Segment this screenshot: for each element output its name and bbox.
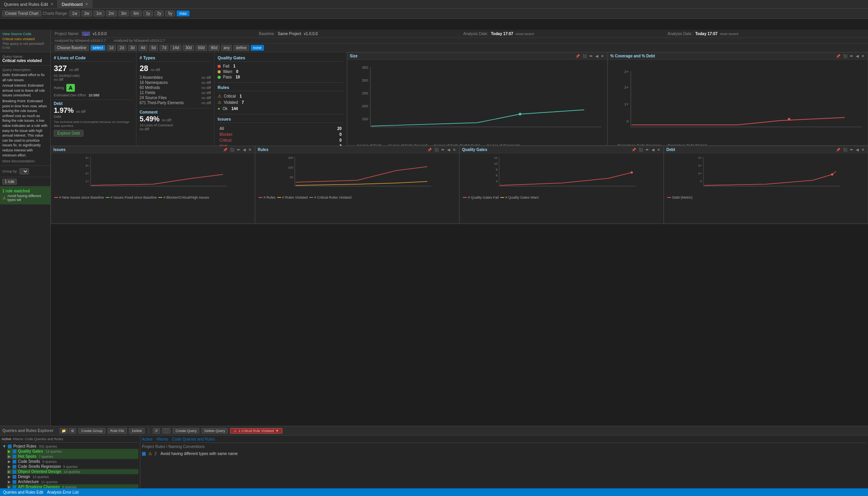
issues-edit-icon[interactable]: ✏ (236, 148, 241, 152)
rules-settings-icon[interactable]: ◀ (446, 148, 451, 152)
size-settings-icon[interactable]: ◀ (595, 54, 599, 58)
tl-4d[interactable]: 4d (138, 45, 147, 51)
cd-export-icon[interactable]: ⬛ (842, 54, 848, 58)
rule-item[interactable]: ⚠ 2 Avoid having different types with sa… (142, 450, 866, 457)
code-smells-checkbox[interactable] (12, 460, 16, 464)
tl-none[interactable]: none (251, 45, 264, 51)
select-btn[interactable]: select (90, 45, 105, 51)
active-tab[interactable]: Active (142, 437, 152, 441)
tree-api-breaking[interactable]: ▶ API Breaking Changes 9 queries (7, 484, 138, 488)
tl-30d[interactable]: 30d (183, 45, 194, 51)
create-query-btn[interactable]: Create Query (173, 428, 199, 434)
qg-close-icon[interactable]: ✕ (656, 148, 661, 152)
issues-export-icon[interactable]: ⬛ (229, 148, 235, 152)
ood-checkbox[interactable] (12, 470, 16, 474)
range-2w[interactable]: 2w (81, 11, 92, 16)
status-tab2[interactable]: Analysis Error List (47, 490, 79, 494)
size-export-icon[interactable]: ⬛ (582, 54, 588, 58)
project-rules-root[interactable]: ▼ Project Rules 331 queries (2, 444, 138, 449)
explore-debt-btn[interactable]: Explore Debt (54, 130, 83, 137)
tl-90d[interactable]: 90d (209, 45, 220, 51)
tl-5d[interactable]: 5d (149, 45, 158, 51)
rules-edit-icon[interactable]: ✏ (441, 148, 445, 152)
issues-pin-icon[interactable]: 📌 (222, 148, 228, 152)
tab-dashboard[interactable]: Dashboard ✕ (58, 0, 92, 9)
tl-any[interactable]: any (221, 45, 232, 51)
cd-settings-icon[interactable]: ◀ (855, 54, 859, 58)
create-group-icon[interactable]: 📁 (60, 428, 68, 434)
settings-icon[interactable]: ⚙ (69, 428, 76, 434)
project-rules-checkbox[interactable] (8, 444, 12, 448)
range-2m[interactable]: 2m (106, 11, 117, 16)
tree-ood[interactable]: ▶ Object Oriented Design 14 queries (7, 469, 138, 474)
refresh-icon[interactable]: ↺ (153, 428, 160, 434)
tl-1d[interactable]: 1d (107, 45, 116, 51)
tl-define[interactable]: define (234, 45, 249, 51)
code-queries-tab[interactable]: Code Queries and Rules (172, 437, 215, 441)
cd-edit-icon[interactable]: ✏ (849, 54, 854, 58)
group-by-dropdown[interactable] (19, 168, 29, 174)
tree-quality-gates[interactable]: ▶ Quality Gates 14 queries (7, 449, 138, 454)
tree-code-smells[interactable]: ▶ Code Smells 9 queries (7, 459, 138, 464)
range-1w[interactable]: 1w (69, 11, 80, 16)
tree-hot-spots[interactable]: ▶ Hot Spots 7 queries (7, 454, 138, 459)
hotspots-checkbox[interactable] (12, 455, 16, 459)
qg-settings-icon[interactable]: ◀ (651, 148, 655, 152)
issues-close-icon[interactable]: ✕ (248, 148, 252, 152)
rules-close-icon[interactable]: ✕ (452, 148, 457, 152)
qg-checkbox[interactable] (12, 450, 16, 453)
tree-design[interactable]: ▶ Design 15 queries (7, 474, 138, 479)
rules-export-icon[interactable]: ⬛ (434, 148, 439, 152)
range-2y[interactable]: 2y (154, 11, 164, 16)
debt-pin-icon[interactable]: 📌 (835, 148, 841, 152)
critical-rule-badge[interactable]: ⚠ 1 Critical Rule Violated ▼ (230, 428, 282, 434)
qg-edit-icon[interactable]: ✏ (645, 148, 650, 152)
choose-baseline-btn[interactable]: Choose Baseline (55, 45, 89, 51)
tl-3d[interactable]: 3d (128, 45, 137, 51)
create-trend-chart-button[interactable]: Create Trend Chart (2, 11, 41, 16)
size-close-icon[interactable]: ✕ (600, 54, 605, 58)
cd-close-icon[interactable]: ✕ (861, 54, 865, 58)
tl-60d[interactable]: 60d (196, 45, 207, 51)
tab-dashboard-close[interactable]: ✕ (85, 2, 88, 6)
range-max[interactable]: max (177, 11, 190, 16)
debt-edit-icon[interactable]: ✏ (849, 148, 854, 152)
qg-export-icon[interactable]: ⬛ (638, 148, 644, 152)
items-tab-item[interactable]: #Items (13, 437, 23, 441)
debt-close-icon[interactable]: ✕ (861, 148, 865, 152)
rule-checkbox[interactable] (142, 452, 146, 456)
tl-14d[interactable]: 14d (170, 45, 181, 51)
api-checkbox[interactable] (12, 485, 16, 489)
create-group-btn[interactable]: Create Group (78, 428, 105, 434)
range-1m[interactable]: 1m (94, 11, 105, 16)
stop-icon[interactable]: ⬛ (162, 428, 170, 434)
range-5y[interactable]: 5y (165, 11, 175, 16)
tree-architecture[interactable]: ▶ Architecture 11 queries (7, 479, 138, 484)
tree-code-smells-regression[interactable]: ▶ Code Smells Regression 9 queries (7, 464, 138, 469)
rules-pin-icon[interactable]: 📌 (427, 148, 432, 152)
rule-file-btn[interactable]: Rule File (108, 428, 127, 434)
tab-queries-rules[interactable]: Queries and Rules Edit ✕ (0, 0, 58, 9)
size-pin-icon[interactable]: 📌 (575, 54, 581, 58)
delete-btn[interactable]: Delete (129, 428, 145, 434)
active-tab-item[interactable]: Active (2, 437, 11, 441)
code-queries-tab-item[interactable]: Code Queries and Rules (25, 437, 64, 441)
items-tab[interactable]: #Items (156, 437, 168, 441)
design-checkbox[interactable] (12, 475, 16, 479)
delete-query-btn[interactable]: Delete Query (202, 428, 228, 434)
status-tab1[interactable]: Queries and Rules Edit (3, 490, 43, 494)
qg-pin-icon[interactable]: 📌 (631, 148, 637, 152)
issues-settings-icon[interactable]: ◀ (242, 148, 246, 152)
range-6m[interactable]: 6m (131, 11, 142, 16)
view-source-code-link[interactable]: View Source Code (2, 32, 31, 36)
debt-export-icon[interactable]: ⬛ (842, 148, 848, 152)
cd-pin-icon[interactable]: 📌 (835, 54, 841, 58)
tl-7d[interactable]: 7d (159, 45, 168, 51)
range-1y[interactable]: 1y (143, 11, 153, 16)
tab-queries-rules-close[interactable]: ✕ (50, 2, 53, 6)
arch-checkbox[interactable] (12, 480, 16, 484)
size-edit-icon[interactable]: ✏ (589, 54, 593, 58)
range-3m[interactable]: 3m (119, 11, 129, 16)
csr-checkbox[interactable] (12, 465, 16, 469)
tl-2d[interactable]: 2d (117, 45, 126, 51)
